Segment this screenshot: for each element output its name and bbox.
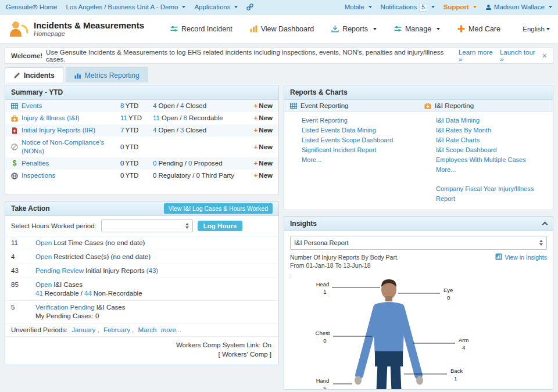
penalties-ytd-count: 0 bbox=[120, 160, 124, 167]
sliders-icon bbox=[170, 25, 178, 33]
iir-link[interactable]: Initial Injury Reports (IIR) bbox=[22, 126, 95, 135]
top-navigation: Gensuite® Home Los Angeles / Business Un… bbox=[0, 0, 558, 15]
events-link[interactable]: Events bbox=[22, 102, 42, 110]
more-months-link[interactable]: more... bbox=[161, 326, 182, 333]
inspections-link[interactable]: Inspections bbox=[22, 171, 55, 180]
tab-metrics-label: Metrics Reporting bbox=[85, 71, 140, 80]
view-dashboard-button[interactable]: View Dashboard bbox=[250, 25, 314, 33]
events-table-icon bbox=[11, 103, 18, 110]
take-action-row-lost-time: 11 OpenLost Time Cases (no end date) bbox=[5, 236, 278, 250]
mobile-menu[interactable]: Mobile bbox=[345, 3, 372, 10]
recordable-count-link[interactable]: 41 bbox=[35, 290, 43, 297]
open-lost-time-link[interactable]: Open bbox=[35, 239, 52, 246]
mobile-label: Mobile bbox=[345, 3, 364, 10]
summary-row-nons: Notice of Non-Compliance's (NONs) 0YTD +… bbox=[5, 136, 278, 157]
tab-incidents[interactable]: Incidents bbox=[5, 67, 63, 82]
ii-more-link[interactable]: More... bbox=[436, 165, 548, 175]
ii-rate-charts-link[interactable]: I&I Rate Charts bbox=[436, 135, 548, 145]
language-selector[interactable]: English bbox=[523, 26, 550, 33]
insights-report-select[interactable]: I&I Persona Report bbox=[290, 236, 547, 250]
collapse-chevron-icon[interactable] bbox=[542, 222, 548, 228]
ii-rates-by-month-link[interactable]: I&I Rates By Month bbox=[436, 125, 548, 135]
verification-pending-link[interactable]: Verification Pending bbox=[35, 304, 95, 311]
new-penalty-button[interactable]: +New bbox=[245, 159, 273, 168]
insights-chart-icon bbox=[495, 253, 502, 260]
new-non-button[interactable]: +New bbox=[245, 143, 273, 152]
share-link-button[interactable] bbox=[246, 3, 253, 10]
nons-link[interactable]: Notice of Non-Compliance's (NONs) bbox=[22, 138, 120, 156]
learn-more-link[interactable]: Learn more » bbox=[459, 49, 498, 63]
events-table-icon bbox=[290, 102, 297, 109]
new-injury-button[interactable]: +New bbox=[245, 114, 273, 123]
open-count-link[interactable]: 4 bbox=[153, 102, 156, 109]
open-restricted-link[interactable]: Open bbox=[35, 253, 52, 260]
event-reporting-link[interactable]: Event Reporting bbox=[302, 116, 414, 125]
summary-row-events: Events 8YTD 4Open /4Closed +New bbox=[5, 100, 278, 112]
manage-menu[interactable]: Manage bbox=[394, 25, 440, 33]
hours-period-select[interactable] bbox=[101, 220, 193, 232]
chevron-down-icon bbox=[182, 6, 185, 8]
pending-review-link[interactable]: Pending Review bbox=[35, 267, 84, 274]
closed-count-link[interactable]: 3 bbox=[180, 127, 184, 134]
launch-tour-link[interactable]: Launch tour » bbox=[500, 49, 540, 63]
gensuite-home-link[interactable]: Gensuite® Home bbox=[6, 3, 57, 10]
insights-header: Insights bbox=[284, 217, 553, 231]
case-count: 11 bbox=[11, 239, 35, 247]
iir-ytd-count-link[interactable]: 7 bbox=[120, 127, 124, 134]
open-count-link[interactable]: 4 bbox=[153, 127, 156, 134]
first-aid-case-icon bbox=[11, 115, 18, 122]
body-part-label-head: Head bbox=[316, 281, 330, 287]
non-recordable-count-link[interactable]: 44 bbox=[84, 290, 92, 297]
significant-incident-report-link[interactable]: Significant Incident Report bbox=[302, 145, 414, 155]
workers-comp-link[interactable]: [ Workers' Comp ] bbox=[12, 350, 271, 359]
body-part-value-hand: 5 bbox=[323, 385, 326, 389]
new-event-button[interactable]: +New bbox=[245, 102, 273, 110]
injury-illness-link[interactable]: Injury & Illness (I&I) bbox=[22, 114, 80, 123]
ii-data-mining-link[interactable]: I&I Data Mining bbox=[436, 116, 548, 125]
month-march-link[interactable]: March bbox=[138, 326, 157, 333]
user-menu[interactable]: Madison Wallace bbox=[485, 3, 552, 10]
user-name-label: Madison Wallace bbox=[494, 3, 545, 10]
summary-filler bbox=[5, 182, 278, 195]
log-hours-button[interactable]: Log Hours bbox=[198, 221, 243, 231]
unverified-periods-label: Unverified Periods: bbox=[11, 326, 67, 333]
listed-events-data-mining-link[interactable]: Listed Events Data Mining bbox=[302, 125, 414, 135]
summary-row-inspections: Inspections 0YTD 0Regulatory /0Third Par… bbox=[5, 170, 278, 182]
close-icon[interactable]: × bbox=[542, 52, 547, 60]
penalties-link[interactable]: Penalties bbox=[22, 159, 49, 168]
pending-review-count-link[interactable]: (43) bbox=[146, 267, 158, 274]
ii-ytd-count-link[interactable]: 11 bbox=[120, 114, 127, 121]
med-care-button[interactable]: Med Care bbox=[457, 25, 500, 33]
open-count-link[interactable]: 11 bbox=[153, 114, 160, 121]
month-january-link[interactable]: January , bbox=[71, 326, 99, 333]
insights-body: I&I Persona Report Number Of Injury Repo… bbox=[284, 231, 553, 389]
tab-metrics-reporting[interactable]: Metrics Reporting bbox=[66, 67, 148, 82]
new-inspection-button[interactable]: +New bbox=[245, 171, 273, 180]
new-iir-button[interactable]: +New bbox=[245, 126, 273, 135]
open-ii-cases-link[interactable]: Open bbox=[35, 281, 52, 288]
business-unit-selector[interactable]: Los Angeles / Business Unit A - Demo bbox=[66, 3, 185, 10]
fiscal-year-report-link[interactable]: Company Fiscal Year Injury/Illness Repor… bbox=[436, 184, 548, 204]
closed-count-link[interactable]: 4 bbox=[180, 102, 184, 109]
month-february-link[interactable]: February , bbox=[103, 326, 134, 333]
recordable-count-link[interactable]: 8 bbox=[183, 114, 187, 121]
chain-link-icon bbox=[246, 3, 253, 10]
record-incident-button[interactable]: Record Incident bbox=[170, 25, 233, 33]
employees-multiple-cases-link[interactable]: Employees With Multiple Cases bbox=[436, 155, 548, 165]
chevron-down-icon bbox=[234, 6, 238, 8]
notifications-menu[interactable]: Notifications5 bbox=[381, 3, 435, 12]
view-in-insights-link[interactable]: View in Insights bbox=[495, 253, 547, 269]
events-ytd-count-link[interactable]: 8 bbox=[120, 102, 124, 109]
event-more-link[interactable]: More... bbox=[302, 155, 414, 165]
reports-charts-panel: Reports & Charts Event Reporting I&I Rep… bbox=[284, 85, 553, 210]
view-ii-log-button[interactable]: View I&I Log Cases & Hours Worked bbox=[164, 203, 273, 214]
listed-events-scope-dashboard-link[interactable]: Listed Events Scope Dashboard bbox=[302, 135, 414, 145]
pending-count-link[interactable]: 0 bbox=[153, 160, 156, 167]
reports-link-columns: Event Reporting Listed Events Data Minin… bbox=[284, 112, 553, 210]
support-menu[interactable]: Support bbox=[443, 3, 477, 10]
proposed-count-link[interactable]: 0 bbox=[188, 160, 192, 167]
reports-menu[interactable]: Reports bbox=[331, 25, 377, 33]
support-label: Support bbox=[443, 3, 469, 10]
applications-menu[interactable]: Applications bbox=[194, 3, 238, 10]
ii-scope-dashboard-link[interactable]: I&I Scope Dashboard bbox=[436, 145, 548, 155]
